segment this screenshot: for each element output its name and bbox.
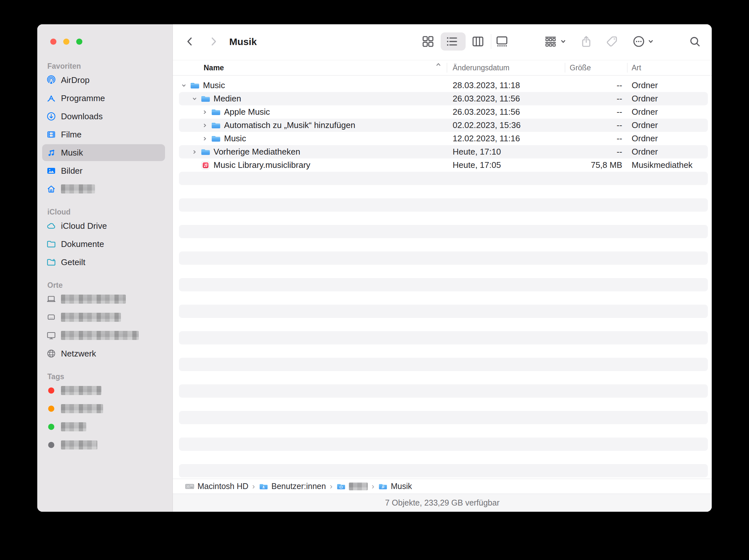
file-name-cell: Automatisch zu „Musik“ hinzufügen [173, 120, 356, 130]
gallery-view-button[interactable] [495, 35, 509, 49]
file-row-medien[interactable]: Medien26.03.2023, 11:56--Ordner [173, 92, 712, 105]
disclosure-right-icon[interactable] [201, 108, 209, 116]
empty-row [173, 291, 712, 305]
disclosure-right-icon[interactable] [190, 148, 199, 156]
ext-drive-icon [45, 311, 57, 323]
sidebar-item-airdrop[interactable]: AirDrop [42, 72, 165, 88]
sort-ascending-icon [434, 60, 443, 75]
file-date: 26.03.2023, 11:56 [453, 107, 520, 117]
sidebar-item-netzwerk[interactable]: Netzwerk [42, 345, 165, 362]
file-date: 12.02.2023, 11:16 [453, 134, 520, 143]
sidebar-item-redacted[interactable] [42, 327, 165, 344]
file-date: 02.02.2023, 15:36 [453, 120, 521, 130]
file-size: -- [565, 81, 622, 90]
zoom-window-button[interactable] [76, 39, 82, 45]
disclosure-down-icon[interactable] [179, 81, 188, 90]
sidebar-item-redacted[interactable] [42, 180, 165, 197]
close-window-button[interactable] [50, 39, 57, 45]
toolbar: Musik [173, 24, 712, 60]
tag-button[interactable] [605, 35, 619, 49]
path-segment-macintosh-hd[interactable]: Macintosh HD [185, 481, 249, 491]
no-disclosure [190, 161, 199, 170]
file-date: Heute, 17:10 [453, 147, 501, 157]
forward-button[interactable] [206, 35, 220, 49]
sidebar-section-header-icloud: iCloud [37, 206, 172, 218]
sidebar-item-programme[interactable]: Programme [42, 90, 165, 107]
empty-row [173, 211, 712, 225]
sidebar-item-redacted[interactable] [42, 309, 165, 326]
empty-row [173, 451, 712, 464]
group-by-button[interactable] [543, 35, 558, 49]
more-actions-button[interactable] [632, 35, 646, 49]
disclosure-right-icon[interactable] [201, 121, 209, 130]
sidebar-item-redacted[interactable] [42, 436, 165, 453]
file-name-cell: Vorherige Mediatheken [173, 147, 300, 157]
column-header-name[interactable]: Name [204, 60, 224, 75]
list-view-button[interactable] [445, 35, 459, 49]
file-row-automatisch-zu-musik-hinzuf-gen[interactable]: Automatisch zu „Musik“ hinzufügen02.02.2… [173, 119, 712, 132]
empty-row [173, 185, 712, 198]
cloud-icon [45, 220, 57, 232]
sidebar-item-musik[interactable]: Musik [42, 144, 165, 161]
file-row-music-library-musiclibrary[interactable]: Music Library.musiclibraryHeute, 17:0575… [173, 158, 712, 172]
redacted-label [61, 295, 126, 304]
search-button[interactable] [688, 35, 702, 49]
redacted-label [61, 441, 97, 449]
sidebar-item-label: Filme [61, 130, 82, 140]
sidebar-item-icloud-drive[interactable]: iCloud Drive [42, 218, 165, 234]
empty-row [173, 358, 712, 371]
columns-view-button[interactable] [471, 35, 485, 49]
empty-row [173, 411, 712, 424]
empty-row [173, 331, 712, 344]
folder-home-icon [336, 482, 346, 491]
column-divider[interactable] [627, 63, 627, 73]
sidebar-item-bilder[interactable]: Bilder [42, 162, 165, 179]
path-bar: Macintosh HD›Benutzer:innen››Musik [173, 479, 712, 494]
file-name-cell: Music [173, 134, 246, 143]
sidebar-section-header-tags: Tags [37, 371, 172, 382]
file-row-music[interactable]: Music28.03.2023, 11:18--Ordner [173, 79, 712, 92]
sidebar-item-dokumente[interactable]: Dokumente [42, 236, 165, 252]
redacted-label [61, 313, 121, 322]
sidebar-item-redacted[interactable] [42, 382, 165, 399]
back-button[interactable] [183, 35, 197, 49]
path-segment-musik[interactable]: Musik [378, 481, 412, 491]
disclosure-right-icon[interactable] [201, 134, 209, 143]
file-name-cell: Music Library.musiclibrary [173, 160, 310, 170]
share-button[interactable] [579, 35, 593, 49]
sidebar-item-label: Dokumente [61, 239, 104, 249]
folder-icon [201, 95, 210, 103]
sidebar-item-label: Bilder [61, 166, 82, 176]
finder-window: FavoritenAirDropProgrammeDownloadsFilmeM… [37, 24, 712, 512]
folder-shared-icon [45, 256, 57, 268]
sidebar-item-downloads[interactable]: Downloads [42, 108, 165, 125]
file-row-music[interactable]: Music12.02.2023, 11:16--Ordner [173, 132, 712, 145]
column-divider[interactable] [565, 63, 565, 73]
sidebar-item-filme[interactable]: Filme [42, 126, 165, 143]
sidebar-item-redacted[interactable] [42, 400, 165, 417]
empty-row [173, 398, 712, 411]
column-header-size[interactable]: Größe [570, 60, 591, 75]
file-row-vorherige-mediatheken[interactable]: Vorherige MediathekenHeute, 17:10--Ordne… [173, 145, 712, 158]
column-header-kind[interactable]: Art [632, 60, 641, 75]
column-header-row: Name Änderungsdatum Größe Art [173, 60, 712, 75]
file-kind: Ordner [632, 81, 658, 90]
appstore-icon [45, 92, 57, 104]
file-date: 28.03.2023, 11:18 [453, 81, 520, 90]
file-name: Apple Music [224, 107, 270, 117]
sidebar-item-geteilt[interactable]: Geteilt [42, 254, 165, 271]
path-segment-redacted[interactable] [336, 482, 368, 491]
grid-view-button[interactable] [421, 35, 435, 49]
minimize-window-button[interactable] [63, 39, 69, 45]
path-segment-benutzer-innen[interactable]: Benutzer:innen [259, 481, 326, 491]
redacted-label [61, 184, 95, 194]
file-row-apple-music[interactable]: Apple Music26.03.2023, 11:56--Ordner [173, 105, 712, 119]
disclosure-down-icon[interactable] [190, 95, 199, 103]
empty-row [173, 198, 712, 211]
column-header-date[interactable]: Änderungsdatum [453, 60, 509, 75]
sidebar-item-redacted[interactable] [42, 291, 165, 308]
file-name-cell: Apple Music [173, 107, 270, 117]
sidebar-item-redacted[interactable] [42, 418, 165, 435]
status-text: 7 Objekte, 233,29 GB verfügbar [385, 498, 500, 508]
redacted-label [61, 404, 103, 413]
